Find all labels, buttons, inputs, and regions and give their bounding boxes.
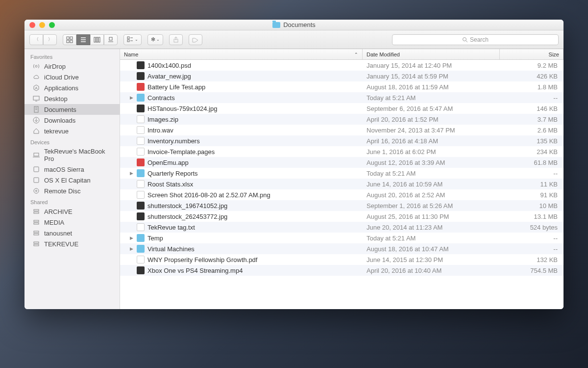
sidebar-item-label: Remote Disc <box>44 187 80 195</box>
forward-button[interactable]: 〉 <box>43 34 57 45</box>
file-icon <box>137 148 145 156</box>
img-icon <box>137 202 145 210</box>
file-size: 11 KB <box>500 181 564 188</box>
sidebar-section-header: Favorites <box>24 51 120 61</box>
file-size: 234 KB <box>500 148 564 156</box>
sidebar-item-documents[interactable]: Documents <box>24 104 120 115</box>
date-column-header[interactable]: Date Modified <box>363 49 500 59</box>
sidebar-item-media[interactable]: MEDIA <box>24 217 120 228</box>
sidebar-item-downloads[interactable]: Downloads <box>24 115 120 126</box>
file-row[interactable]: Screen Shot 2016-08-20 at 2.52.07 AM.png… <box>120 189 564 200</box>
svg-point-20 <box>35 65 37 67</box>
file-name: Contracts <box>147 94 175 102</box>
sidebar-item-label: OS X El Capitan <box>44 177 91 184</box>
file-name: OpenEmu.app <box>147 159 189 166</box>
tags-button[interactable] <box>189 34 202 45</box>
tags-group <box>189 34 202 45</box>
file-row[interactable]: OpenEmu.appAugust 12, 2016 at 3:39 AM61.… <box>120 157 564 168</box>
folder-icon <box>272 22 280 28</box>
file-list[interactable]: 1400x1400.psdJanuary 15, 2014 at 12:40 P… <box>120 60 564 309</box>
file-date: June 14, 2016 at 10:59 AM <box>363 181 500 188</box>
file-row[interactable]: Roost Stats.xlsxJune 14, 2016 at 10:59 A… <box>120 179 564 189</box>
file-name: Temp <box>147 235 163 242</box>
search-field[interactable]: Search <box>392 34 559 45</box>
file-row[interactable]: HSTanous-759x1024.jpgSeptember 6, 2016 a… <box>120 103 564 114</box>
folder-icon <box>137 245 145 253</box>
file-icon <box>137 191 145 199</box>
sidebar-item-applications[interactable]: AApplications <box>24 82 120 93</box>
file-date: Today at 5:21 AM <box>363 94 500 102</box>
arrange-button[interactable]: ⌄ <box>123 34 142 45</box>
file-name: Quarterly Reports <box>147 170 198 177</box>
file-row[interactable]: Intro.wavNovember 24, 2013 at 3:47 PM2.6… <box>120 125 564 135</box>
sidebar-item-os-x-el-capitan[interactable]: OS X El Capitan <box>24 175 120 185</box>
back-button[interactable]: 〈 <box>29 34 43 45</box>
file-row[interactable]: Inventory.numbersApril 16, 2016 at 4:18 … <box>120 135 564 146</box>
icon-view-button[interactable] <box>63 34 76 45</box>
disclosure-triangle-icon[interactable]: ▶ <box>129 95 134 100</box>
svg-rect-1 <box>70 37 73 39</box>
file-row[interactable]: Invoice-Template.pagesJune 1, 2016 at 6:… <box>120 146 564 157</box>
file-row[interactable]: ▶Virtual MachinesAugust 18, 2016 at 10:4… <box>120 243 564 254</box>
file-size: -- <box>500 94 564 102</box>
column-view-button[interactable] <box>90 34 104 45</box>
file-date: January 15, 2014 at 12:40 PM <box>363 62 500 69</box>
sidebar-item-airdrop[interactable]: AirDrop <box>24 61 120 72</box>
laptop-icon <box>32 151 40 159</box>
file-icon <box>137 137 145 145</box>
svg-rect-8 <box>97 37 98 42</box>
sidebar-item-label: iCloud Drive <box>44 74 79 81</box>
share-button[interactable] <box>169 34 183 45</box>
file-row[interactable]: 1400x1400.psdJanuary 15, 2014 at 12:40 P… <box>120 60 564 71</box>
sidebar-item-remote-disc[interactable]: Remote Disc <box>24 185 120 196</box>
sidebar-item-tekrevue[interactable]: TEKREVUE <box>24 238 120 249</box>
sidebar-item-label: Downloads <box>44 117 75 124</box>
svg-rect-41 <box>34 242 39 243</box>
sidebar-item-archive[interactable]: ARCHIVE <box>24 206 120 217</box>
file-size: 132 KB <box>500 256 564 263</box>
disclosure-triangle-icon[interactable]: ▶ <box>129 236 134 240</box>
sidebar: FavoritesAirDropiCloud DriveAApplication… <box>24 49 120 309</box>
list-view-button[interactable] <box>76 34 90 45</box>
sidebar-item-tanousnet[interactable]: tanousnet <box>24 228 120 238</box>
action-button[interactable]: ✻ ⌄ <box>147 34 163 45</box>
file-date: August 20, 2016 at 2:52 AM <box>363 191 500 199</box>
disclosure-triangle-icon[interactable]: ▶ <box>129 171 134 176</box>
file-row[interactable]: Images.zipApril 20, 2016 at 1:52 PM3.7 M… <box>120 114 564 125</box>
sidebar-item-tekrevue[interactable]: tekrevue <box>24 126 120 136</box>
file-row[interactable]: Xbox One vs PS4 Streaming.mp4April 20, 2… <box>120 265 564 276</box>
sidebar-item-icloud-drive[interactable]: iCloud Drive <box>24 72 120 82</box>
toolbar: 〈 〉 ⌄ ✻ ⌄ <box>24 30 564 49</box>
coverflow-view-button[interactable] <box>104 34 118 45</box>
name-column-header[interactable]: Name ⌃ <box>120 49 363 59</box>
file-name: WNY Propserity Fellowship Growth.pdf <box>147 256 257 263</box>
disc-icon <box>32 187 40 195</box>
sidebar-item-desktop[interactable]: Desktop <box>24 93 120 104</box>
file-row[interactable]: ▶Quarterly ReportsToday at 5:21 AM-- <box>120 168 564 179</box>
file-row[interactable]: shutterstock_262453772.jpgAugust 25, 201… <box>120 211 564 222</box>
svg-rect-32 <box>34 178 39 183</box>
title-text: Documents <box>283 21 316 28</box>
sidebar-item-label: TekRevue's MacBook Pro <box>44 148 114 162</box>
titlebar[interactable]: Documents <box>24 20 564 30</box>
sidebar-item-label: tanousnet <box>44 230 72 237</box>
file-row[interactable]: WNY Propserity Fellowship Growth.pdfJune… <box>120 254 564 265</box>
file-size: 10 MB <box>500 202 564 210</box>
disclosure-triangle-icon[interactable]: ▶ <box>129 246 134 251</box>
svg-rect-10 <box>109 37 112 40</box>
file-row[interactable]: Avatar_new.jpgJanuary 15, 2014 at 5:59 P… <box>120 71 564 81</box>
file-row[interactable]: ▶ContractsToday at 5:21 AM-- <box>120 92 564 103</box>
apps-icon: A <box>32 84 40 92</box>
size-column-header[interactable]: Size <box>500 49 564 59</box>
file-row[interactable]: shutterstock_196741052.jpgSeptember 1, 2… <box>120 200 564 211</box>
file-row[interactable]: ▶TempToday at 5:21 AM-- <box>120 233 564 243</box>
img-icon <box>137 212 145 220</box>
sort-indicator-icon: ⌃ <box>354 52 358 57</box>
sidebar-item-macos-sierra[interactable]: macOS Sierra <box>24 164 120 175</box>
sidebar-item-tekrevue-s-macbook-pro[interactable]: TekRevue's MacBook Pro <box>24 146 120 164</box>
file-name: HSTanous-759x1024.jpg <box>147 105 217 112</box>
file-row[interactable]: TekRevue tag.txtJune 20, 2014 at 11:23 A… <box>120 222 564 233</box>
tag-icon <box>192 36 199 43</box>
file-date: August 25, 2016 at 11:30 PM <box>363 213 500 220</box>
file-row[interactable]: Battery Life Test.appAugust 18, 2016 at … <box>120 81 564 92</box>
